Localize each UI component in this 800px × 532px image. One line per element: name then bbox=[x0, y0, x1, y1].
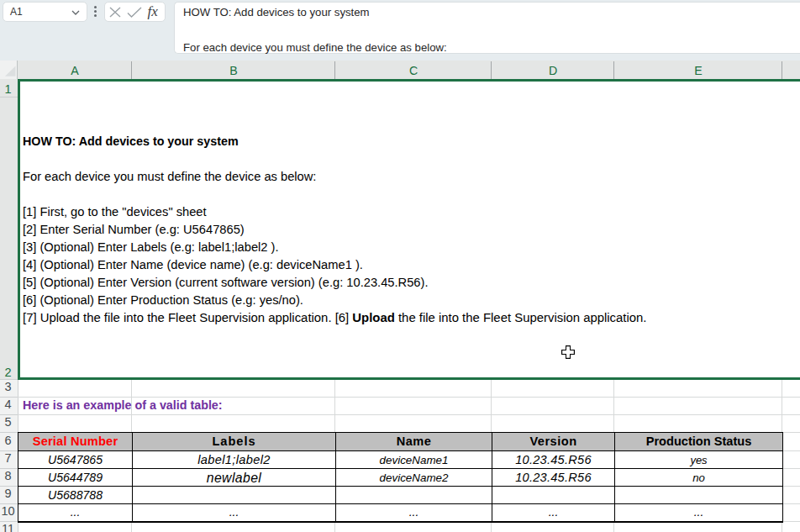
svg-text:fx: fx bbox=[148, 3, 159, 19]
